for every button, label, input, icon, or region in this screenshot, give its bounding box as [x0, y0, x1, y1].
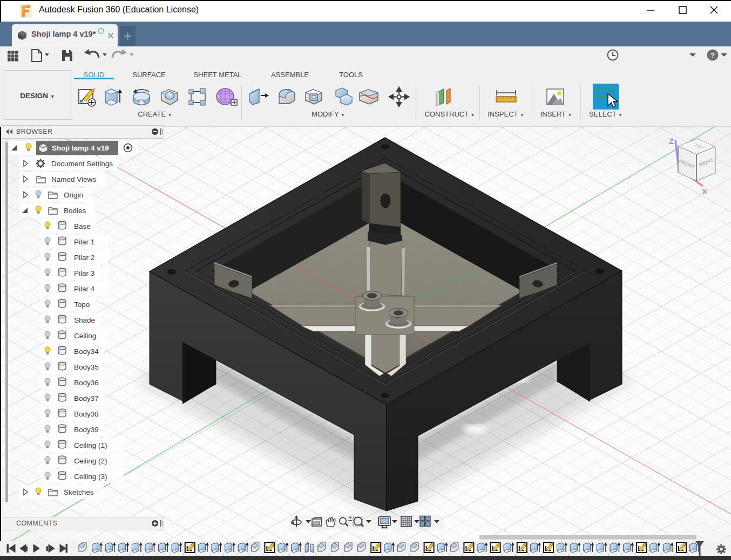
svg-text:Ceiling (1): Ceiling (1): [74, 441, 107, 449]
svg-text:Body36: Body36: [74, 379, 99, 387]
svg-text:Document Settings: Document Settings: [51, 160, 113, 168]
svg-text:Named Views: Named Views: [51, 175, 96, 183]
svg-text:Base: Base: [74, 222, 91, 230]
svg-text:Shoji lamp 4 v19: Shoji lamp 4 v19: [52, 144, 109, 152]
svg-text:Pilar 3: Pilar 3: [74, 269, 94, 277]
svg-text:Z: Z: [669, 136, 674, 146]
svg-text:Bodies: Bodies: [64, 207, 86, 215]
svg-text:Ceiling: Ceiling: [74, 332, 96, 340]
svg-text:Pilar 4: Pilar 4: [74, 285, 95, 293]
svg-text:Sketches: Sketches: [64, 488, 94, 496]
svg-text:Ceiling (3): Ceiling (3): [74, 473, 107, 481]
svg-text:Pilar 1: Pilar 1: [74, 238, 94, 246]
svg-text:?: ?: [710, 51, 715, 59]
svg-text:Body34: Body34: [74, 347, 99, 356]
svg-text:Origin: Origin: [64, 191, 83, 199]
svg-text:Pilar 2: Pilar 2: [74, 254, 94, 262]
svg-text:Body35: Body35: [74, 363, 99, 371]
svg-text:X: X: [702, 187, 707, 196]
svg-text:Topo: Topo: [74, 301, 90, 309]
svg-text:Shade: Shade: [74, 316, 95, 324]
svg-text:Body38: Body38: [74, 410, 99, 418]
svg-text:Body37: Body37: [74, 394, 99, 402]
svg-text:Body39: Body39: [74, 426, 99, 434]
svg-text:Ceiling (2): Ceiling (2): [74, 457, 107, 465]
